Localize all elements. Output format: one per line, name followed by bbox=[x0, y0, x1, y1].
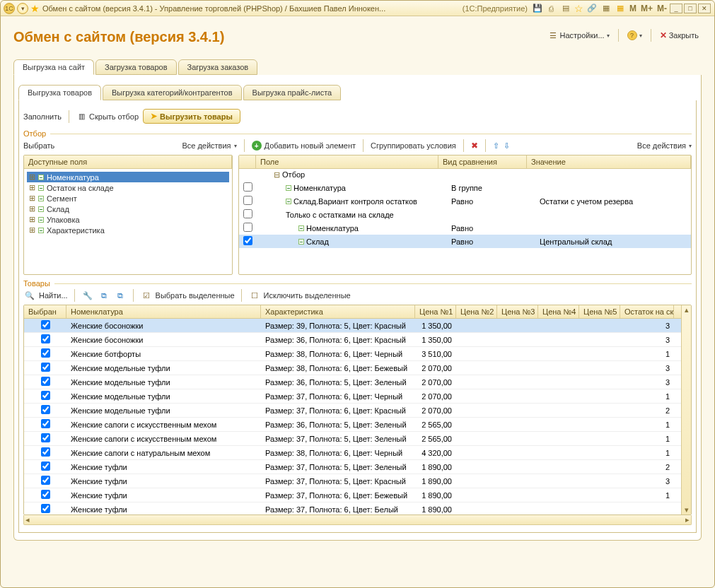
product-row[interactable]: Женские модельные туфлиРазмер: 38, Полно… bbox=[24, 361, 681, 375]
move-up-icon[interactable]: ⇧ bbox=[493, 141, 499, 151]
copy2-icon[interactable]: ⧉ bbox=[114, 289, 127, 302]
tab-export-products[interactable]: Выгрузка товаров bbox=[18, 85, 101, 100]
filter-row[interactable]: СкладРавноЦентральный склад bbox=[239, 235, 691, 248]
nav-down-icon[interactable]: ▾ bbox=[17, 3, 28, 14]
expander-icon[interactable]: ⊞ bbox=[28, 204, 35, 213]
row-checkbox[interactable] bbox=[41, 419, 50, 428]
filter-checkbox[interactable] bbox=[243, 223, 252, 232]
save-icon[interactable]: 💾 bbox=[532, 3, 543, 14]
filter-row[interactable]: ⊟ Отбор bbox=[239, 169, 691, 181]
row-checkbox[interactable] bbox=[41, 490, 50, 499]
product-row[interactable]: Женские туфлиРазмер: 37, Полнота: 6, Цве… bbox=[24, 502, 681, 514]
filter-row[interactable]: Только с остатками на складе bbox=[239, 208, 691, 221]
exclude-highlighted-button[interactable]: ☐Исключить выделенные bbox=[248, 289, 351, 302]
available-field-item[interactable]: ⊞Остаток на складе bbox=[27, 182, 229, 193]
filter-checkbox[interactable] bbox=[243, 236, 252, 245]
product-row[interactable]: Женские босоножкиРазмер: 39, Полнота: 5,… bbox=[24, 319, 681, 333]
select-highlighted-button[interactable]: ☑Выбрать выделенные bbox=[140, 289, 235, 302]
row-checkbox[interactable] bbox=[41, 461, 50, 471]
expander-icon[interactable]: ⊞ bbox=[28, 215, 35, 224]
available-field-item[interactable]: ⊞Упаковка bbox=[27, 214, 229, 225]
row-checkbox[interactable] bbox=[41, 504, 50, 513]
filter-checkbox[interactable] bbox=[243, 209, 252, 218]
product-row[interactable]: Женские сапоги с искусственным мехомРазм… bbox=[24, 418, 681, 432]
expander-icon[interactable]: ⊞ bbox=[28, 172, 35, 182]
col-stock[interactable]: Остаток на ск bbox=[620, 305, 674, 318]
vertical-scrollbar[interactable]: ▴▾ bbox=[681, 305, 691, 514]
app-icon[interactable]: 1C bbox=[4, 3, 15, 14]
col-price-3[interactable]: Цена №3 bbox=[497, 305, 538, 318]
tab-load-products[interactable]: Загрузка товаров bbox=[95, 59, 177, 75]
row-checkbox[interactable] bbox=[41, 363, 50, 372]
print-icon[interactable]: ⎙ bbox=[546, 3, 557, 14]
m-plus-button[interactable]: M+ bbox=[641, 4, 653, 13]
filter-rows[interactable]: ⊟ Отбор НоменклатураВ группе Склад.Вариа… bbox=[239, 169, 691, 274]
available-field-item[interactable]: ⊞Сегмент bbox=[27, 193, 229, 204]
find-button[interactable]: 🔍Найти... bbox=[23, 289, 68, 302]
row-checkbox[interactable] bbox=[41, 447, 50, 457]
col-nomenclature[interactable]: Номенклатура bbox=[66, 305, 261, 318]
filter-add-button[interactable]: +Добавить новый элемент bbox=[252, 141, 356, 151]
product-row[interactable]: Женские модельные туфлиРазмер: 37, Полно… bbox=[24, 389, 681, 404]
tab-export-pricelist[interactable]: Выгрузка прайс-листа bbox=[243, 85, 342, 100]
row-checkbox[interactable] bbox=[41, 391, 50, 400]
expander-icon[interactable]: ⊞ bbox=[28, 194, 35, 203]
filter-group-button[interactable]: Сгруппировать условия bbox=[371, 141, 456, 150]
minimize-button[interactable]: _ bbox=[670, 4, 682, 13]
filter-select-button[interactable]: Выбрать bbox=[23, 141, 54, 150]
col-price-4[interactable]: Цена №4 bbox=[538, 305, 579, 318]
close-button[interactable]: ✕ bbox=[698, 4, 711, 13]
row-checkbox[interactable] bbox=[41, 476, 50, 485]
favorite-icon[interactable]: ★ bbox=[30, 3, 40, 14]
available-field-item[interactable]: ⊞Склад bbox=[27, 204, 229, 214]
available-fields-tree[interactable]: ⊞Номенклатура⊞Остаток на складе⊞Сегмент⊞… bbox=[24, 169, 232, 238]
product-row[interactable]: Женские туфлиРазмер: 37, Полнота: 6, Цве… bbox=[24, 488, 681, 502]
product-row[interactable]: Женские сапоги с искусственным мехомРазм… bbox=[24, 432, 681, 446]
hide-filter-button[interactable]: ▥Скрыть отбор bbox=[76, 112, 139, 122]
expander-icon[interactable]: ⊞ bbox=[28, 225, 35, 235]
expander-icon[interactable]: ⊟ bbox=[273, 170, 280, 180]
product-row[interactable]: Женские модельные туфлиРазмер: 36, Полно… bbox=[24, 375, 681, 389]
product-row[interactable]: Женские модельные туфлиРазмер: 37, Полно… bbox=[24, 404, 681, 418]
copy-icon[interactable]: ⧉ bbox=[98, 289, 110, 302]
move-down-icon[interactable]: ⇩ bbox=[504, 141, 510, 151]
row-checkbox[interactable] bbox=[41, 433, 50, 442]
export-products-button[interactable]: ➤Выгрузить товары bbox=[143, 109, 240, 124]
m-minus-button[interactable]: M- bbox=[657, 4, 667, 13]
row-checkbox[interactable] bbox=[41, 377, 50, 386]
help-button[interactable]: ?▾ bbox=[624, 29, 645, 42]
available-field-item[interactable]: ⊞Номенклатура bbox=[27, 172, 229, 182]
row-checkbox[interactable] bbox=[41, 320, 50, 329]
filter-row[interactable]: Склад.Вариант контроля остатковРавноОста… bbox=[239, 194, 691, 208]
col-price-2[interactable]: Цена №2 bbox=[456, 305, 497, 318]
close-panel-button[interactable]: ✕Закрыть bbox=[657, 29, 702, 42]
row-checkbox[interactable] bbox=[41, 348, 50, 358]
filter-all-actions-left[interactable]: Все действия▾ bbox=[182, 141, 236, 150]
fill-button[interactable]: Заполнить bbox=[23, 112, 62, 121]
row-checkbox[interactable] bbox=[41, 405, 50, 414]
delete-icon[interactable]: ✖ bbox=[471, 141, 478, 151]
m-button[interactable]: M bbox=[629, 4, 636, 13]
product-row[interactable]: Женские туфлиРазмер: 37, Полнота: 5, Цве… bbox=[24, 460, 681, 474]
filter-all-actions-right[interactable]: Все действия▾ bbox=[637, 141, 692, 150]
filter-row[interactable]: НоменклатураРавно bbox=[239, 221, 691, 235]
col-selected[interactable]: Выбран bbox=[24, 305, 66, 318]
filter-checkbox[interactable] bbox=[243, 196, 252, 205]
expander-icon[interactable]: ⊞ bbox=[28, 183, 35, 192]
wrench-icon[interactable]: 🔧 bbox=[81, 289, 94, 302]
filter-checkbox[interactable] bbox=[243, 182, 252, 192]
available-field-item[interactable]: ⊞Характеристика bbox=[27, 225, 229, 235]
star-icon[interactable]: ☆ bbox=[574, 3, 583, 14]
product-row[interactable]: Женские туфлиРазмер: 37, Полнота: 5, Цве… bbox=[24, 474, 681, 488]
col-price-1[interactable]: Цена №1 bbox=[415, 305, 456, 318]
preview-icon[interactable]: ▤ bbox=[560, 3, 571, 14]
calc-icon[interactable]: ▦ bbox=[600, 3, 612, 14]
calendar-icon[interactable]: ▦ bbox=[615, 3, 626, 14]
col-characteristic[interactable]: Характеристика bbox=[261, 305, 415, 318]
product-row[interactable]: Женские ботфортыРазмер: 38, Полнота: 6, … bbox=[24, 347, 681, 361]
tab-export-to-site[interactable]: Выгрузка на сайт bbox=[13, 59, 94, 75]
row-checkbox[interactable] bbox=[41, 334, 50, 343]
product-row[interactable]: Женские сапоги с натуральным мехомРазмер… bbox=[24, 446, 681, 460]
horizontal-scrollbar[interactable]: ◂▸ bbox=[23, 515, 692, 525]
link-icon[interactable]: 🔗 bbox=[586, 3, 598, 14]
